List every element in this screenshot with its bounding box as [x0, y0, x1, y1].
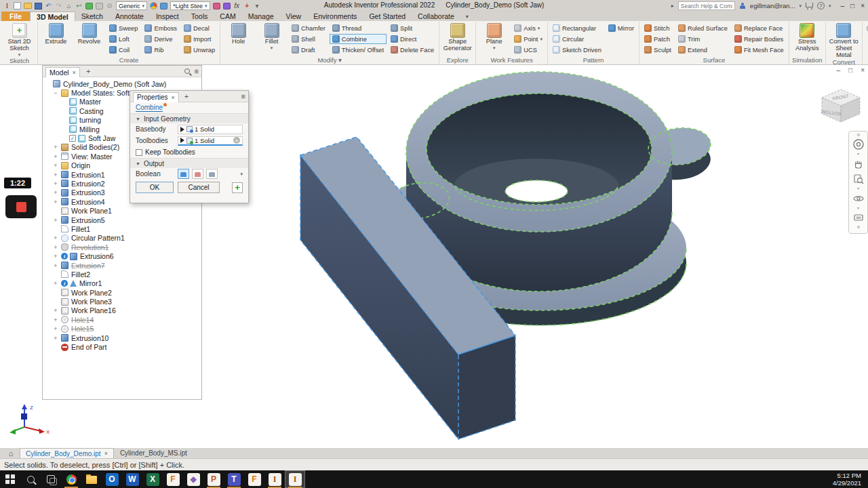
button-sketch-driven[interactable]: Sketch Driven: [550, 45, 604, 55]
measure-button-icon[interactable]: [96, 3, 103, 9]
search-icon[interactable]: [184, 68, 190, 74]
expander-icon[interactable]: +: [52, 280, 59, 287]
tree-item-extrusion6[interactable]: +iExtrusion6: [43, 251, 201, 260]
new-file-button-icon[interactable]: [14, 2, 21, 9]
tab-manage[interactable]: Manage: [242, 12, 280, 21]
doc-minimize-button[interactable]: –: [837, 66, 841, 74]
button-stress-analysis[interactable]: Stress Analysis: [791, 22, 823, 52]
group-label-surface[interactable]: Surface: [642, 56, 787, 64]
button-fit-mesh-face[interactable]: Fit Mesh Face: [732, 45, 787, 55]
button-mirror[interactable]: Mirror: [606, 23, 637, 33]
expander-icon[interactable]: +: [52, 253, 59, 260]
orbit-icon[interactable]: [852, 192, 865, 205]
tree-item-work-plane3[interactable]: Work Plane3: [43, 297, 201, 306]
redo-button-icon[interactable]: ↷: [55, 2, 62, 10]
section-output[interactable]: ▼ Output: [130, 158, 248, 168]
store-cart-icon[interactable]: [806, 3, 813, 7]
browser-menu-icon[interactable]: ≡: [195, 67, 199, 75]
section-input-geometry[interactable]: ▼ Input Geometry: [130, 113, 248, 123]
add-properties-tab-button[interactable]: +: [182, 92, 191, 100]
help-caret-icon[interactable]: ▾: [829, 3, 831, 9]
appearance-combo[interactable]: *Light Stee▾: [170, 1, 210, 10]
parameters-fx-button-icon[interactable]: fx: [233, 2, 241, 10]
tab-environments[interactable]: Environments: [307, 12, 363, 21]
tree-item-hole14[interactable]: +Hole14: [43, 315, 201, 324]
button-replace-face[interactable]: Replace Face: [732, 23, 787, 33]
cancel-button[interactable]: Cancel: [178, 182, 220, 193]
teams-app[interactable]: T: [224, 470, 244, 488]
expander-icon[interactable]: +: [52, 244, 59, 251]
group-label-create[interactable]: Create: [40, 56, 218, 64]
task-view-button[interactable]: [41, 470, 61, 488]
expander-icon[interactable]: +: [52, 153, 59, 160]
button-derive[interactable]: Derive: [142, 34, 180, 44]
navbar-caret-icon[interactable]: ▾: [857, 187, 859, 190]
adjust-appearance-button-icon[interactable]: [213, 3, 220, 9]
navbar-caret-icon[interactable]: ▾: [857, 207, 859, 210]
search-button[interactable]: [20, 470, 41, 488]
tab-sketch[interactable]: Sketch: [75, 12, 109, 21]
boolean-cut-button[interactable]: [192, 169, 203, 179]
checkbox-icon[interactable]: ✓: [69, 135, 76, 142]
tree-item-work-plane16[interactable]: +Work Plane16: [43, 306, 201, 315]
group-label-sketch[interactable]: Sketch: [3, 56, 35, 64]
button-shape-generator[interactable]: Shape Generator: [441, 22, 473, 52]
group-label-simulation[interactable]: Simulation: [791, 56, 823, 64]
taskbar-clock[interactable]: 5:12 PM 4/29/2021: [833, 472, 868, 487]
outlook-app[interactable]: O: [102, 470, 122, 488]
expander-icon[interactable]: +: [52, 217, 59, 224]
group-label-work-features[interactable]: Work Features: [478, 56, 545, 64]
button-import[interactable]: Import: [181, 34, 218, 44]
tab-annotate[interactable]: Annotate: [109, 12, 150, 21]
tree-item-revolution1[interactable]: +Revolution1: [43, 243, 201, 251]
viewport[interactable]: Model × + ≡ Cylinder_Body_Demo (Soft Jaw…: [0, 65, 868, 448]
clear-selection-icon[interactable]: ×: [233, 137, 240, 144]
user-name[interactable]: egillman@ran...: [750, 2, 795, 9]
button-hole[interactable]: Hole: [222, 22, 254, 45]
home-tab-icon[interactable]: ⌂: [3, 448, 19, 458]
tree-item-work-plane2[interactable]: Work Plane2: [43, 288, 201, 297]
tree-item-hole15[interactable]: +Hole15: [43, 325, 201, 333]
ribbon-appearance-button[interactable]: ▾: [460, 12, 474, 21]
local-update-button-icon[interactable]: [85, 3, 93, 9]
tab-tools[interactable]: Tools: [185, 12, 214, 21]
tab-3d-model[interactable]: 3D Model: [30, 12, 75, 21]
clear-appearance-button-icon[interactable]: [223, 3, 231, 9]
boolean-join-button[interactable]: [178, 169, 189, 179]
tab-cam[interactable]: CAM: [214, 12, 241, 21]
undo-button-icon[interactable]: ↶: [45, 2, 52, 10]
button-draft[interactable]: Draft: [289, 45, 328, 55]
expander-icon[interactable]: +: [52, 262, 59, 269]
group-label-explore[interactable]: Explore: [441, 56, 473, 64]
expander-icon[interactable]: +: [52, 307, 59, 314]
button-trim[interactable]: Trim: [675, 34, 730, 44]
inventor-app-2[interactable]: I: [285, 470, 305, 488]
tab-view[interactable]: View: [280, 12, 308, 21]
search-expand-icon[interactable]: ▸: [671, 3, 674, 9]
home-view-button-icon[interactable]: ⌂: [65, 2, 73, 10]
add-combine-button[interactable]: +: [232, 182, 243, 193]
button-thicken-offset[interactable]: Thicken/ Offset: [330, 45, 387, 55]
button-sweep[interactable]: Sweep: [106, 23, 140, 33]
expander-icon[interactable]: +: [52, 171, 59, 178]
chrome-app[interactable]: [61, 470, 81, 488]
expander-icon[interactable]: +: [52, 235, 59, 241]
button-delete-face[interactable]: Delete Face: [388, 45, 437, 55]
expander-icon[interactable]: +: [52, 162, 59, 169]
button-repair-bodies[interactable]: Repair Bodies: [732, 34, 787, 44]
tab-cylinder-body-demo[interactable]: Cylinder_Body_Demo.ipt ×: [20, 448, 114, 458]
return-button-icon[interactable]: ↩: [75, 2, 83, 10]
tree-item-fillet2[interactable]: Fillet2: [43, 270, 201, 279]
button-loft[interactable]: Loft: [106, 34, 140, 44]
button-shell[interactable]: Shell: [289, 34, 328, 44]
excel-app[interactable]: X: [142, 470, 163, 488]
expander-icon[interactable]: +: [52, 317, 59, 323]
button-axis[interactable]: Axis▾: [511, 23, 545, 33]
expander-icon[interactable]: +: [52, 180, 59, 187]
tab-collaborate[interactable]: Collaborate: [412, 12, 460, 21]
button-rib[interactable]: Rib: [142, 45, 180, 55]
powermill-app[interactable]: P: [203, 470, 224, 488]
color-wheel-button-icon[interactable]: [150, 2, 157, 9]
select-button-icon[interactable]: ⊘: [106, 2, 113, 10]
button-point[interactable]: Point▾: [511, 34, 545, 44]
